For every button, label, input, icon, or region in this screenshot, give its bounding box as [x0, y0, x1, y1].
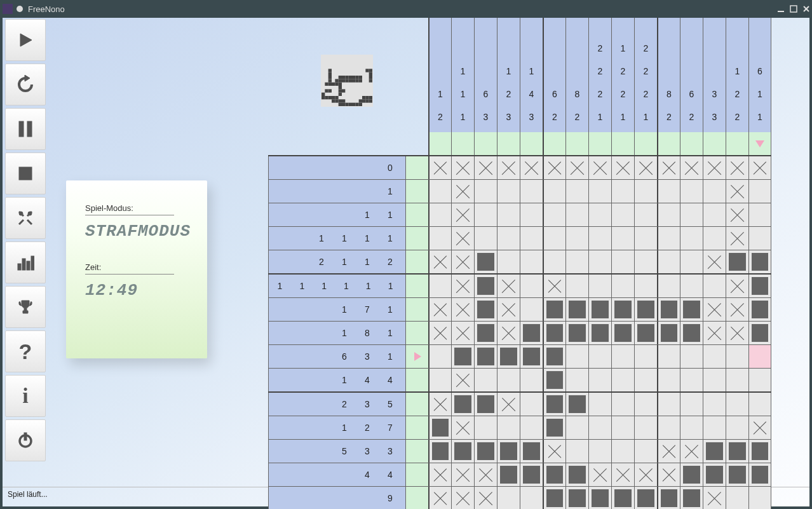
grid-cell[interactable]: [657, 345, 680, 368]
grid-cell[interactable]: [588, 322, 611, 344]
grid-cell[interactable]: [634, 298, 657, 321]
grid-cell[interactable]: [680, 416, 703, 439]
grid-cell[interactable]: [497, 156, 520, 179]
pause-button[interactable]: [5, 108, 46, 150]
grid-cell[interactable]: [611, 369, 634, 391]
grid-cell[interactable]: [611, 298, 634, 321]
grid-cell[interactable]: [611, 250, 634, 273]
grid-cell[interactable]: [497, 416, 520, 439]
grid-cell[interactable]: [474, 275, 497, 297]
grid-cell[interactable]: [703, 180, 726, 203]
grid-cell[interactable]: [680, 345, 703, 368]
grid-cell[interactable]: [680, 180, 703, 203]
grid-cell[interactable]: [451, 416, 474, 439]
grid-cell[interactable]: [451, 203, 474, 226]
grid-cell[interactable]: [565, 250, 588, 273]
grid-cell[interactable]: [565, 227, 588, 250]
grid-cell[interactable]: [520, 203, 543, 226]
grid-cell[interactable]: [565, 487, 588, 509]
grid-cell[interactable]: [497, 203, 520, 226]
grid-cell[interactable]: [657, 322, 680, 344]
grid-cell[interactable]: [748, 227, 771, 250]
grid-cell[interactable]: [680, 393, 703, 416]
grid-cell[interactable]: [543, 250, 565, 273]
grid-cell[interactable]: [565, 463, 588, 486]
grid-cell[interactable]: [703, 416, 726, 439]
grid-cell[interactable]: [634, 345, 657, 368]
grid-cell[interactable]: [703, 203, 726, 226]
grid-cell[interactable]: [748, 440, 771, 463]
grid-cell[interactable]: [565, 156, 588, 179]
grid-cell[interactable]: [611, 463, 634, 486]
grid-cell[interactable]: [543, 487, 565, 509]
grid-cell[interactable]: [680, 250, 703, 273]
grid-cell[interactable]: [703, 440, 726, 463]
grid-cell[interactable]: [657, 487, 680, 509]
grid-cell[interactable]: [588, 180, 611, 203]
grid-cell[interactable]: [474, 369, 497, 391]
grid-cell[interactable]: [497, 487, 520, 509]
grid-cell[interactable]: [497, 369, 520, 391]
grid-cell[interactable]: [703, 345, 726, 368]
grid-cell[interactable]: [543, 463, 565, 486]
grid-cell[interactable]: [474, 156, 497, 179]
grid-cell[interactable]: [497, 298, 520, 321]
grid-cell[interactable]: [588, 345, 611, 368]
grid-cell[interactable]: [703, 322, 726, 344]
grid-cell[interactable]: [703, 298, 726, 321]
grid-cell[interactable]: [680, 203, 703, 226]
grid-cell[interactable]: [748, 463, 771, 486]
grid-cell[interactable]: [634, 440, 657, 463]
grid-cell[interactable]: [497, 440, 520, 463]
grid-cell[interactable]: [611, 345, 634, 368]
grid-cell[interactable]: [428, 298, 451, 321]
grid-cell[interactable]: [565, 416, 588, 439]
grid-cell[interactable]: [748, 180, 771, 203]
grid-cell[interactable]: [565, 322, 588, 344]
grid-cell[interactable]: [520, 393, 543, 416]
grid-cell[interactable]: [520, 298, 543, 321]
grid-cell[interactable]: [565, 203, 588, 226]
grid-cell[interactable]: [657, 203, 680, 226]
grid-cell[interactable]: [657, 440, 680, 463]
grid-cell[interactable]: [543, 440, 565, 463]
grid-cell[interactable]: [543, 298, 565, 321]
grid-cell[interactable]: [497, 250, 520, 273]
info-button[interactable]: i: [5, 375, 46, 417]
grid-cell[interactable]: [520, 227, 543, 250]
grid-cell[interactable]: [634, 322, 657, 344]
grid-cell[interactable]: [543, 416, 565, 439]
trophy-button[interactable]: [5, 286, 46, 328]
grid-cell[interactable]: [520, 322, 543, 344]
grid-cell[interactable]: [474, 227, 497, 250]
grid-cell[interactable]: [497, 227, 520, 250]
grid-cell[interactable]: [588, 487, 611, 509]
grid-cell[interactable]: [474, 440, 497, 463]
grid-cell[interactable]: [428, 463, 451, 486]
grid-cell[interactable]: [497, 322, 520, 344]
grid-cell[interactable]: [474, 463, 497, 486]
grid-cell[interactable]: [428, 416, 451, 439]
grid-cell[interactable]: [451, 275, 474, 297]
grid-cell[interactable]: [428, 393, 451, 416]
grid-cell[interactable]: [543, 203, 565, 226]
grid-cell[interactable]: [565, 369, 588, 391]
grid-cell[interactable]: [748, 156, 771, 179]
grid-cell[interactable]: [543, 322, 565, 344]
grid-cell[interactable]: [543, 180, 565, 203]
grid-cell[interactable]: [611, 440, 634, 463]
grid-cell[interactable]: [428, 180, 451, 203]
grid-cell[interactable]: [634, 393, 657, 416]
grid-cell[interactable]: [611, 227, 634, 250]
grid-cell[interactable]: [657, 298, 680, 321]
grid-cell[interactable]: [520, 156, 543, 179]
grid-cell[interactable]: [611, 203, 634, 226]
grid-cell[interactable]: [451, 345, 474, 368]
grid-cell[interactable]: [657, 275, 680, 297]
grid-cell[interactable]: [565, 180, 588, 203]
grid-cell[interactable]: [588, 156, 611, 179]
grid-cell[interactable]: [497, 180, 520, 203]
grid-cell[interactable]: [611, 487, 634, 509]
grid-cell[interactable]: [520, 275, 543, 297]
grid-cell[interactable]: [726, 156, 748, 179]
